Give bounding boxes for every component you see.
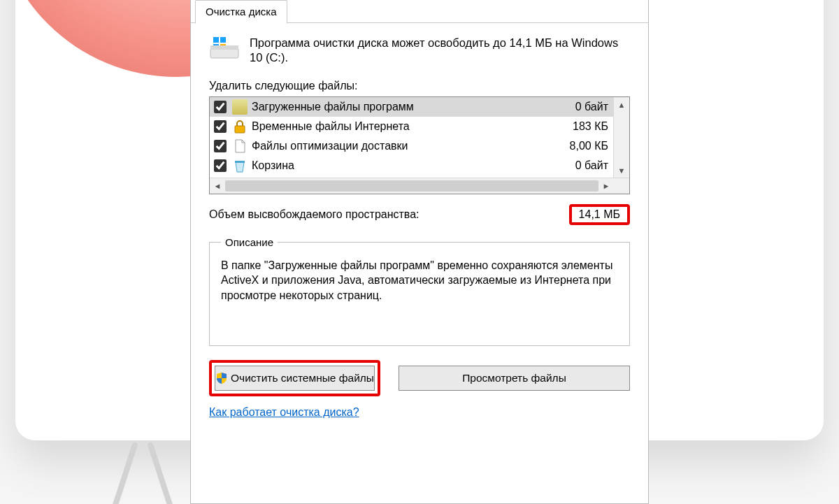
svg-rect-2 xyxy=(213,37,219,43)
svg-rect-3 xyxy=(220,37,226,43)
file-checkbox[interactable] xyxy=(214,140,227,152)
vertical-scrollbar[interactable]: ▲ ▼ xyxy=(613,97,629,178)
stand-leg xyxy=(147,442,195,504)
file-name: Загруженные файлы программ xyxy=(252,101,545,113)
description-text: В папке "Загруженные файлы программ" вре… xyxy=(221,258,618,303)
clean-system-files-button[interactable]: Очистить системные файлы xyxy=(215,366,375,391)
total-free-space-row: Объем высвобождаемого пространства: 14,1… xyxy=(209,204,630,225)
file-list-items[interactable]: Загруженные файлы программ0 байтВременны… xyxy=(210,97,614,178)
clean-system-files-label: Очистить системные файлы xyxy=(231,372,374,384)
file-checkbox[interactable] xyxy=(214,159,227,172)
svg-rect-1 xyxy=(210,45,238,50)
disk-cleanup-dialog: Очистка диска Программа очистки диска мо… xyxy=(190,0,649,504)
file-list-row[interactable]: Корзина0 байт xyxy=(210,156,614,175)
scroll-right-icon[interactable]: ► xyxy=(598,178,614,194)
view-files-button[interactable]: Просмотреть файлы xyxy=(399,366,630,391)
description-legend: Описание xyxy=(221,236,278,248)
file-size: 183 КБ xyxy=(545,120,608,133)
file-list-row[interactable]: Временные файлы Интернета183 КБ xyxy=(210,117,614,136)
folder-icon xyxy=(232,99,248,115)
intro-row: Программа очистки диска может освободить… xyxy=(209,36,630,66)
file-name: Временные файлы Интернета xyxy=(252,120,545,133)
file-icon xyxy=(232,138,248,154)
file-name: Корзина xyxy=(252,159,545,172)
horizontal-scrollbar[interactable]: ◄ ► xyxy=(210,178,629,194)
scroll-down-icon[interactable]: ▼ xyxy=(614,163,629,178)
svg-rect-4 xyxy=(213,44,219,45)
file-size: 0 байт xyxy=(545,101,608,113)
scroll-thumb[interactable] xyxy=(225,180,598,192)
button-row: Очистить системные файлы Просмотреть фай… xyxy=(209,360,630,396)
file-size: 0 байт xyxy=(545,159,608,172)
bin-icon xyxy=(232,158,248,173)
file-checkbox[interactable] xyxy=(214,101,227,113)
total-label: Объем высвобождаемого пространства: xyxy=(209,208,569,221)
file-list: Загруженные файлы программ0 байтВременны… xyxy=(209,96,630,194)
intro-text: Программа очистки диска может освободить… xyxy=(250,36,630,66)
uac-shield-icon xyxy=(215,372,228,384)
scroll-left-icon[interactable]: ◄ xyxy=(210,178,225,194)
file-checkbox[interactable] xyxy=(214,120,227,133)
svg-rect-0 xyxy=(210,48,238,58)
scrollbar-corner xyxy=(614,178,629,194)
tab-disk-cleanup[interactable]: Очистка диска xyxy=(195,0,287,24)
drive-icon xyxy=(209,36,240,66)
tab-row: Очистка диска xyxy=(191,0,648,23)
total-value: 14,1 МБ xyxy=(569,204,630,225)
file-size: 8,00 КБ xyxy=(545,140,608,152)
help-link[interactable]: Как работает очистка диска? xyxy=(209,406,630,419)
file-list-row[interactable]: Загруженные файлы программ0 байт xyxy=(210,97,614,117)
file-name: Файлы оптимизации доставки xyxy=(252,140,545,152)
file-list-label: Удалить следующие файлы: xyxy=(209,80,630,92)
stand-leg xyxy=(89,442,138,504)
clean-system-highlight: Очистить системные файлы xyxy=(209,360,380,396)
svg-rect-6 xyxy=(235,126,245,133)
file-list-row[interactable]: Файлы оптимизации доставки8,00 КБ xyxy=(210,136,614,156)
lock-icon xyxy=(232,119,248,134)
svg-rect-5 xyxy=(220,44,226,45)
svg-rect-7 xyxy=(235,161,245,163)
description-group: Описание В папке "Загруженные файлы прог… xyxy=(209,236,630,346)
view-files-label: Просмотреть файлы xyxy=(462,372,566,384)
scroll-up-icon[interactable]: ▲ xyxy=(614,97,629,113)
